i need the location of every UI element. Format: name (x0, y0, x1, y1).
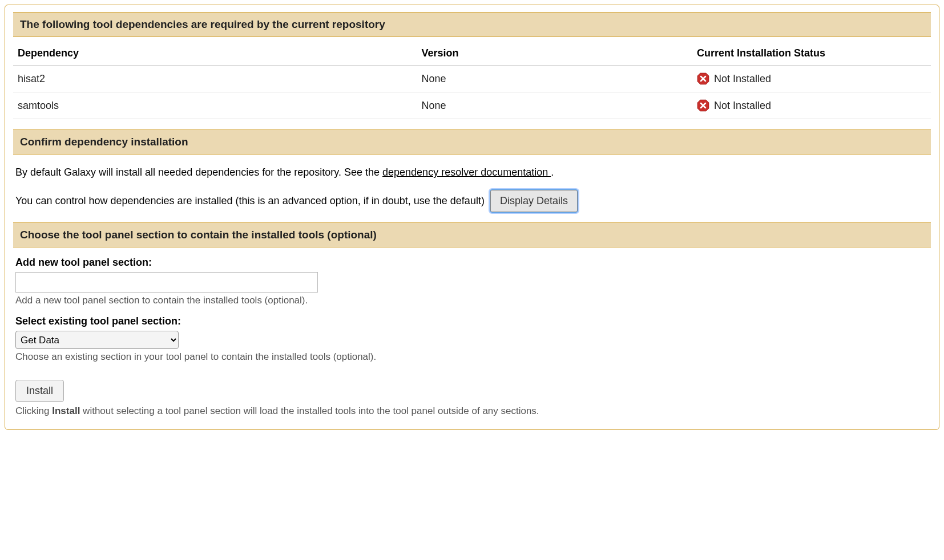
add-section-block: Add new tool panel section: Add a new to… (15, 257, 929, 306)
col-header-dependency: Dependency (13, 42, 417, 66)
dependency-docs-link[interactable]: dependency resolver documentation (382, 167, 551, 178)
status-text: Not Installed (714, 100, 771, 112)
error-icon (697, 99, 709, 112)
add-section-label: Add new tool panel section: (15, 257, 929, 269)
display-details-button[interactable]: Display Details (490, 190, 578, 212)
existing-section-select[interactable]: Get Data (15, 331, 179, 349)
advanced-row: You can control how dependencies are ins… (15, 190, 929, 212)
install-note-bold: Install (52, 405, 80, 416)
new-section-input[interactable] (15, 272, 318, 293)
select-section-helper: Choose an existing section in your tool … (15, 351, 929, 363)
add-section-helper: Add a new tool panel section to contain … (15, 295, 929, 306)
error-icon (697, 72, 709, 85)
dep-name-cell: hisat2 (13, 66, 417, 92)
confirm-paragraph: By default Galaxy will install all neede… (15, 165, 929, 180)
install-panel: The following tool dependencies are requ… (5, 5, 939, 430)
status-text: Not Installed (714, 73, 771, 85)
table-row: samtools None Not Installed (13, 92, 931, 119)
select-section-block: Select existing tool panel section: Get … (15, 315, 929, 363)
confirm-header: Confirm dependency installation (13, 129, 931, 155)
advanced-text: You can control how dependencies are ins… (15, 195, 485, 207)
install-note-suffix: without selecting a tool panel section w… (80, 405, 539, 416)
dep-version-cell: None (417, 92, 692, 119)
dep-name-cell: samtools (13, 92, 417, 119)
dep-status-cell: Not Installed (692, 92, 931, 119)
confirm-text-after: . (551, 167, 554, 178)
dependencies-table: Dependency Version Current Installation … (13, 42, 931, 119)
select-section-label: Select existing tool panel section: (15, 315, 929, 327)
confirm-text-before: By default Galaxy will install all neede… (15, 167, 382, 178)
table-header-row: Dependency Version Current Installation … (13, 42, 931, 66)
dependencies-header: The following tool dependencies are requ… (13, 12, 931, 37)
install-block: Install Clicking Install without selecti… (15, 372, 929, 417)
install-button[interactable]: Install (15, 380, 64, 402)
install-note-prefix: Clicking (15, 405, 52, 416)
dep-version-cell: None (417, 66, 692, 92)
col-header-status: Current Installation Status (692, 42, 931, 66)
col-header-version: Version (417, 42, 692, 66)
table-row: hisat2 None Not Installed (13, 66, 931, 92)
install-note: Clicking Install without selecting a too… (15, 405, 929, 417)
panel-section-header: Choose the tool panel section to contain… (13, 222, 931, 247)
dep-status-cell: Not Installed (692, 66, 931, 92)
